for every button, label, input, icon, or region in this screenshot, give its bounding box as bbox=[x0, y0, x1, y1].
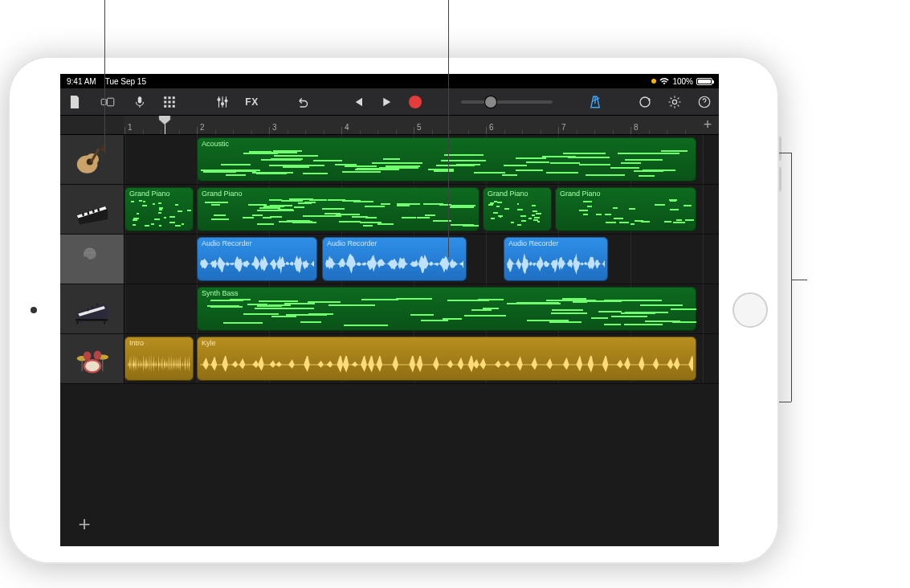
region-label: Grand Piano bbox=[488, 190, 547, 198]
svg-point-15 bbox=[218, 98, 220, 100]
track-lane[interactable]: Grand PianoGrand PianoGrand PianoGrand P… bbox=[124, 185, 719, 234]
ipad-camera bbox=[31, 307, 37, 313]
track-row: Grand PianoGrand PianoGrand PianoGrand P… bbox=[60, 185, 719, 235]
add-section-button[interactable]: + bbox=[696, 116, 719, 134]
browser-button[interactable] bbox=[95, 92, 120, 112]
settings-button[interactable] bbox=[665, 92, 685, 112]
track-row: Audio RecorderAudio RecorderAudio Record… bbox=[60, 235, 719, 284]
track-lane[interactable]: Audio RecorderAudio RecorderAudio Record… bbox=[124, 235, 719, 284]
region-audio[interactable]: Audio Recorder bbox=[197, 237, 317, 281]
callout-line bbox=[791, 153, 792, 402]
volume-up-button[interactable] bbox=[779, 137, 781, 161]
status-left: 9:41 AM Tue Sep 15 bbox=[67, 77, 146, 86]
svg-rect-35 bbox=[75, 319, 108, 321]
track-row: IntroKyle bbox=[60, 334, 719, 384]
svg-rect-10 bbox=[169, 104, 171, 107]
region-midi[interactable]: Synth Bass bbox=[197, 287, 696, 331]
svg-rect-9 bbox=[164, 104, 166, 107]
ruler-bar-label: 6 bbox=[489, 123, 561, 132]
track-row: Synth Bass bbox=[60, 284, 719, 334]
callout-line bbox=[791, 280, 807, 280]
screen: 9:41 AM Tue Sep 15 100% bbox=[60, 74, 719, 546]
callout-line bbox=[779, 153, 791, 153]
ruler-bar-label: 1 bbox=[128, 123, 200, 132]
mic-input-button[interactable] bbox=[130, 92, 150, 112]
grid-button[interactable] bbox=[160, 92, 180, 112]
svg-rect-8 bbox=[173, 100, 175, 103]
ruler[interactable]: 12345678 bbox=[124, 116, 696, 134]
svg-rect-3 bbox=[164, 96, 166, 99]
ruler-bar-label: 4 bbox=[345, 123, 417, 132]
track-lane[interactable]: Acoustic bbox=[124, 135, 719, 184]
battery-percent: 100% bbox=[672, 77, 693, 86]
svg-rect-37 bbox=[104, 321, 105, 324]
track-header-mic[interactable] bbox=[60, 235, 124, 284]
region-label: Synth Bass bbox=[202, 289, 692, 297]
ruler-gutter bbox=[60, 116, 124, 134]
callout-line bbox=[104, 0, 105, 153]
ruler-bar-label: 5 bbox=[417, 123, 489, 132]
track-header-piano[interactable] bbox=[60, 185, 124, 234]
region-audio[interactable]: Audio Recorder bbox=[504, 237, 608, 281]
svg-rect-5 bbox=[173, 96, 175, 99]
help-button[interactable] bbox=[694, 92, 714, 112]
wifi-icon bbox=[659, 78, 669, 85]
svg-point-16 bbox=[221, 102, 223, 104]
ipad-frame: 9:41 AM Tue Sep 15 100% bbox=[8, 56, 779, 564]
region-label: Intro bbox=[129, 339, 189, 347]
metronome-button[interactable] bbox=[586, 92, 606, 112]
svg-rect-7 bbox=[169, 100, 171, 103]
region-drummer[interactable]: Intro bbox=[124, 337, 194, 381]
ruler-bar-label: 3 bbox=[272, 123, 345, 132]
svg-point-43 bbox=[93, 350, 101, 359]
region-midi[interactable]: Grand Piano bbox=[197, 187, 479, 231]
ruler-bar-label: 7 bbox=[561, 123, 634, 132]
svg-point-39 bbox=[85, 361, 100, 371]
region-drummer[interactable]: Kyle bbox=[197, 337, 696, 381]
region-label: Audio Recorder bbox=[202, 239, 312, 247]
battery-icon bbox=[696, 78, 712, 85]
undo-button[interactable] bbox=[292, 92, 312, 112]
status-right: 100% bbox=[651, 77, 712, 86]
region-midi[interactable]: Acoustic bbox=[197, 137, 696, 182]
region-label: Kyle bbox=[202, 339, 692, 347]
svg-point-17 bbox=[225, 100, 227, 102]
tracks-area: AcousticGrand PianoGrand PianoGrand Pian… bbox=[60, 135, 719, 546]
status-bar: 9:41 AM Tue Sep 15 100% bbox=[60, 74, 719, 88]
track-header-synth[interactable] bbox=[60, 284, 124, 333]
toolbar: FX bbox=[60, 88, 719, 116]
svg-rect-2 bbox=[138, 96, 142, 103]
record-button[interactable] bbox=[405, 92, 426, 112]
region-audio[interactable]: Audio Recorder bbox=[322, 237, 467, 281]
region-label: Grand Piano bbox=[129, 190, 189, 198]
loop-browser-button[interactable] bbox=[635, 92, 655, 112]
region-midi[interactable]: Grand Piano bbox=[555, 187, 696, 231]
svg-point-42 bbox=[83, 351, 91, 360]
record-icon bbox=[409, 96, 422, 108]
svg-rect-34 bbox=[96, 303, 97, 305]
track-header-drums[interactable] bbox=[60, 334, 124, 383]
track-lane[interactable]: IntroKyle bbox=[124, 334, 719, 383]
my-songs-button[interactable] bbox=[65, 92, 85, 112]
add-track-button[interactable]: + bbox=[73, 512, 96, 535]
svg-rect-11 bbox=[173, 104, 175, 107]
region-midi[interactable]: Grand Piano bbox=[483, 187, 552, 231]
go-to-start-button[interactable] bbox=[347, 92, 368, 112]
region-label: Audio Recorder bbox=[508, 239, 603, 247]
volume-down-button[interactable] bbox=[779, 167, 781, 191]
svg-rect-6 bbox=[164, 100, 166, 103]
track-lane[interactable]: Synth Bass bbox=[124, 284, 719, 333]
region-label: Audio Recorder bbox=[327, 239, 462, 247]
mixer-button[interactable] bbox=[212, 92, 232, 112]
track-header-guitar[interactable] bbox=[60, 135, 124, 184]
master-volume-slider[interactable] bbox=[461, 100, 553, 104]
play-button[interactable] bbox=[376, 92, 397, 112]
slider-knob[interactable] bbox=[485, 96, 496, 108]
region-midi[interactable]: Grand Piano bbox=[124, 187, 194, 231]
track-row: Acoustic bbox=[60, 135, 719, 185]
svg-rect-4 bbox=[169, 96, 171, 99]
ruler-bar-label: 8 bbox=[634, 123, 696, 132]
svg-rect-36 bbox=[76, 321, 78, 324]
home-button[interactable] bbox=[732, 292, 768, 328]
fx-button[interactable]: FX bbox=[242, 92, 262, 112]
